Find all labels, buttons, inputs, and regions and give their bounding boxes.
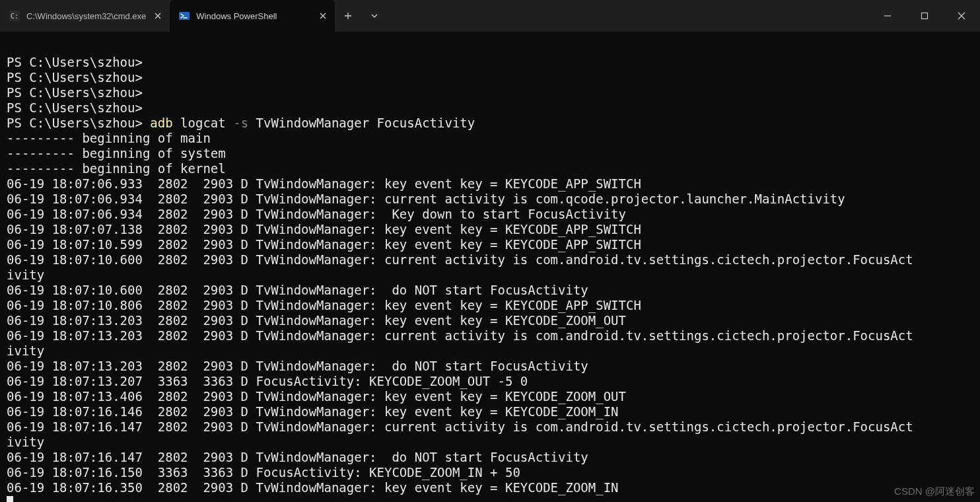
- log-line: 06-19 18:07:10.599 2802 2903 D TvWindowM…: [7, 237, 641, 252]
- cmd-icon: C:: [9, 11, 20, 21]
- prompt: PS C:\Users\szhou>: [7, 55, 143, 69]
- log-line: 06-19 18:07:16.350 2802 2903 D TvWindowM…: [7, 480, 619, 495]
- minimize-button[interactable]: [869, 0, 906, 32]
- log-line: --------- beginning of kernel: [7, 161, 226, 176]
- powershell-icon: [179, 11, 190, 21]
- titlebar-drag-area[interactable]: [388, 0, 869, 32]
- log-line: 06-19 18:07:06.934 2802 2903 D TvWindowM…: [7, 192, 845, 206]
- log-line: 06-19 18:07:13.203 2802 2903 D TvWindowM…: [7, 359, 588, 373]
- log-line: 06-19 18:07:13.207 3363 3363 D FocusActi…: [7, 374, 528, 388]
- command-adb: adb: [150, 116, 172, 130]
- log-line: --------- beginning of main: [7, 131, 211, 145]
- close-window-button[interactable]: [943, 0, 980, 32]
- log-line: 06-19 18:07:06.933 2802 2903 D TvWindowM…: [7, 176, 641, 191]
- tab-title: C:\Windows\system32\cmd.exe: [26, 11, 146, 21]
- log-line: 06-19 18:07:13.203 2802 2903 D TvWindowM…: [7, 328, 913, 343]
- prompt: PS C:\Users\szhou>: [7, 70, 143, 85]
- log-line: ivity: [7, 435, 44, 449]
- prompt: PS C:\Users\szhou>: [7, 85, 143, 100]
- titlebar: C: C:\Windows\system32\cmd.exe Windows P…: [0, 0, 980, 32]
- log-line: --------- beginning of system: [7, 146, 226, 161]
- prompt: PS C:\Users\szhou>: [7, 100, 143, 115]
- log-line: 06-19 18:07:10.600 2802 2903 D TvWindowM…: [7, 283, 588, 297]
- log-line: 06-19 18:07:16.147 2802 2903 D TvWindowM…: [7, 419, 913, 434]
- log-line: 06-19 18:07:06.934 2802 2903 D TvWindowM…: [7, 207, 626, 221]
- log-line: 06-19 18:07:16.147 2802 2903 D TvWindowM…: [7, 450, 588, 464]
- tab-dropdown-button[interactable]: [361, 0, 388, 32]
- log-line: 06-19 18:07:16.146 2802 2903 D TvWindowM…: [7, 404, 619, 419]
- new-tab-button[interactable]: [335, 0, 361, 32]
- text-cursor: [7, 496, 13, 502]
- command-args: TvWindowManager FocusActivity: [248, 116, 475, 130]
- svg-rect-3: [922, 13, 928, 19]
- log-line: 06-19 18:07:13.203 2802 2903 D TvWindowM…: [7, 313, 626, 328]
- log-line: ivity: [7, 343, 44, 358]
- window-controls: [869, 0, 980, 32]
- tab-powershell[interactable]: Windows PowerShell: [170, 0, 335, 32]
- log-line: 06-19 18:07:10.600 2802 2903 D TvWindowM…: [7, 252, 913, 267]
- log-line: 06-19 18:07:16.150 3363 3363 D FocusActi…: [7, 465, 520, 480]
- close-icon[interactable]: [153, 11, 163, 21]
- tab-title: Windows PowerShell: [196, 11, 311, 21]
- close-icon[interactable]: [318, 11, 328, 21]
- command-flag: -s: [233, 116, 248, 130]
- log-line: 06-19 18:07:07.138 2802 2903 D TvWindowM…: [7, 222, 641, 236]
- command-logcat: logcat: [173, 116, 234, 130]
- log-line: 06-19 18:07:10.806 2802 2903 D TvWindowM…: [7, 298, 641, 312]
- log-line: 06-19 18:07:13.406 2802 2903 D TvWindowM…: [7, 389, 626, 404]
- tab-cmd[interactable]: C: C:\Windows\system32\cmd.exe: [0, 0, 170, 32]
- terminal-output[interactable]: PS C:\Users\szhou> PS C:\Users\szhou> PS…: [0, 32, 980, 502]
- maximize-button[interactable]: [906, 0, 943, 32]
- prompt: PS C:\Users\szhou>: [7, 116, 150, 130]
- log-line: ivity: [7, 268, 44, 282]
- svg-text:C:: C:: [11, 13, 18, 20]
